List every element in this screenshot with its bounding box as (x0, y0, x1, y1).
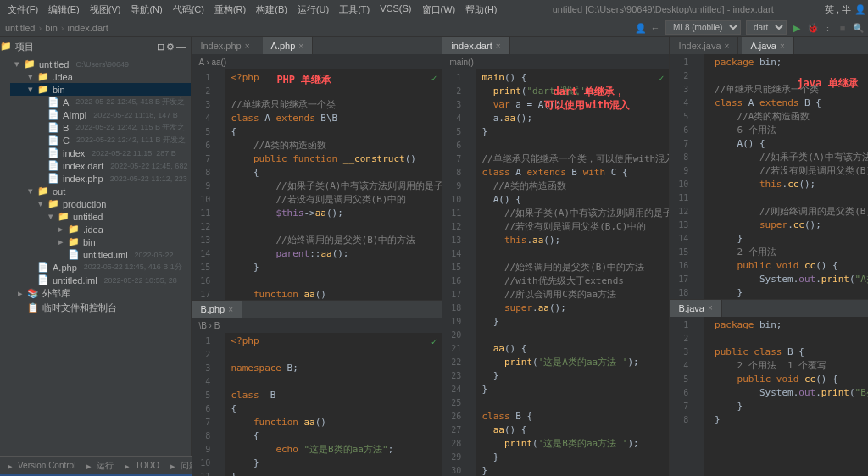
user-icon[interactable]: 👤 (635, 23, 645, 33)
editor-tabs-php: Index.php×A.php× (192, 37, 442, 54)
tab-b-php[interactable]: B.php× (192, 301, 242, 318)
editor-tabs-dart: index.dart× (442, 37, 669, 54)
editor-tab[interactable]: Index.java× (670, 37, 738, 54)
crumb-project[interactable]: untitled (5, 23, 35, 33)
tree-row[interactable]: ▾📁bin (10, 83, 191, 96)
tree-row[interactable]: 📄untitled.iml2022-05-22 10:55, 28 (10, 274, 191, 286)
menu-item[interactable]: 视图(V) (86, 2, 125, 18)
project-panel-title: 项目 (15, 41, 34, 53)
tree-row[interactable]: ▾📁production (10, 197, 191, 210)
annotation-php: PHP 单继承 (276, 73, 331, 87)
editor-java-b[interactable]: 12345678 package bin; public class B { 2… (670, 317, 868, 477)
annotation-java: java 单继承 (797, 76, 858, 91)
menu-item[interactable]: 帮助(H) (461, 2, 501, 18)
tree-row[interactable]: 📄index.php2022-05-22 11:12, 223 (10, 172, 191, 185)
tool-window-button[interactable]: ▸TODO (122, 460, 159, 472)
editor-tab[interactable]: Index.php× (192, 37, 259, 54)
tree-row[interactable]: ▾📁untitled (10, 210, 191, 223)
tree-row[interactable]: 📄index2022-05-22 11:15, 287 B (10, 147, 191, 159)
crumb-dir[interactable]: bin (45, 23, 58, 33)
tree-row[interactable]: ▾📁.idea (10, 70, 191, 83)
device-select[interactable]: MI 8 (mobile) (665, 20, 741, 35)
tool-window-button[interactable]: ▸运行 (84, 460, 114, 472)
analysis-ok-icon: ✓ (659, 73, 665, 84)
tree-row[interactable]: 📄index.dart2022-05-22 12:45, 682 (10, 159, 191, 172)
search-icon[interactable]: 🔍 (853, 23, 863, 33)
menu-item[interactable]: 导航(N) (126, 2, 166, 18)
editor-dart[interactable]: 1234567891011121314151617181920212223242… (442, 69, 669, 476)
menu-item[interactable]: VCS(S) (376, 2, 415, 18)
tree-row[interactable]: 📄A.php2022-05-22 12:45, 416 B 1分 (10, 261, 191, 274)
tree-row[interactable]: 📄A2022-05-22 12:45, 418 B 开发之 (10, 96, 191, 108)
tool-window-button[interactable]: ▸Version Control (5, 460, 75, 472)
analysis-ok-icon: ✓ (431, 73, 437, 84)
title-bar: 文件(F)编辑(E)视图(V)导航(N)代码(C)重构(R)构建(B)运行(U)… (0, 0, 868, 19)
tree-row[interactable]: 📋临时文件和控制台 (10, 301, 191, 315)
debug-icon[interactable]: 🐞 (807, 23, 817, 33)
editor-crumb-php-a[interactable]: A › aa() (192, 54, 442, 69)
ime-indicator: 英 , 半 (825, 3, 851, 16)
editor-php-b[interactable]: 1234567891011 <?php namespace B; class B… (192, 333, 442, 476)
editor-tab[interactable]: index.dart× (442, 37, 509, 54)
editor-php-a[interactable]: 123456789101112131415161718192021 <?php … (192, 69, 442, 300)
menu-item[interactable]: 构建(B) (252, 2, 292, 18)
project-tree[interactable]: ▾📁untitledC:\Users\90649▾📁.idea▾📁bin📄A20… (10, 56, 191, 456)
editor-tabs-java: Index.java×A.java× (670, 37, 868, 54)
collapse-icon[interactable]: ⊟ (155, 42, 165, 52)
editor-tab[interactable]: A.php× (263, 37, 314, 54)
menu-item[interactable]: 编辑(E) (44, 2, 84, 18)
tree-row[interactable]: 📄B2022-05-22 12:42, 115 B 开发之 (10, 121, 191, 134)
menu-item[interactable]: 运行(U) (293, 2, 333, 18)
avatar-icon[interactable]: 👤 (854, 4, 865, 14)
tree-row[interactable]: ▾📁out (10, 185, 191, 197)
tree-row[interactable]: ▸📚外部库 (10, 286, 191, 301)
hide-icon[interactable]: — (175, 42, 186, 52)
project-panel: 项目 ⊟ ⚙ — ▾📁untitledC:\Users\90649▾📁.idea… (10, 37, 192, 456)
editor-crumb-php-b[interactable]: \B › B (192, 318, 442, 333)
annotation-dart-2: 可以使用with混入 (544, 98, 630, 113)
annotation-dart-1: dart 单继承， (553, 85, 624, 99)
editor-crumb-dart[interactable]: main() (442, 54, 669, 69)
editor-java-a[interactable]: 12345678910111213141516171819 package bi… (670, 54, 868, 299)
crumb-file[interactable]: index.dart (68, 23, 108, 33)
tree-row[interactable]: ▸📁.idea (10, 223, 191, 235)
tree-row[interactable]: 📄AImpl2022-05-22 11:18, 147 B (10, 108, 191, 121)
tab-b-java[interactable]: B.java× (670, 300, 721, 317)
run-config-select[interactable]: dart (746, 20, 787, 35)
tree-row[interactable]: ▸📁bin (10, 235, 191, 248)
menu-item[interactable]: 文件(F) (3, 2, 42, 18)
run-icon[interactable]: ▶ (792, 23, 802, 33)
main-menu: 文件(F)编辑(E)视图(V)导航(N)代码(C)重构(R)构建(B)运行(U)… (3, 2, 502, 18)
stop-icon[interactable]: ■ (837, 23, 848, 33)
tree-row[interactable]: 📄untitled.iml2022-05-22 (10, 248, 191, 261)
project-tool-icon[interactable]: 📁 (0, 41, 10, 51)
gear-icon[interactable]: ⚙ (165, 42, 175, 52)
menu-item[interactable]: 窗口(W) (418, 2, 460, 18)
tree-row[interactable]: 📄C2022-05-22 12:42, 111 B 开发之 (10, 134, 191, 147)
menu-item[interactable]: 工具(T) (335, 2, 374, 18)
breadcrumb-bar: untitled › bin › index.dart 👤 ← MI 8 (mo… (0, 19, 868, 37)
analysis-ok-icon: ✓ (431, 336, 437, 347)
window-title: untitled [C:\Users\90649\Desktop\untitle… (502, 4, 825, 14)
menu-item[interactable]: 代码(C) (169, 2, 209, 18)
editor-tab[interactable]: A.java× (742, 37, 793, 54)
menu-item[interactable]: 重构(R) (210, 2, 250, 18)
more-icon[interactable]: ⋮ (822, 23, 832, 33)
back-icon[interactable]: ← (650, 23, 660, 33)
tool-strip-left: 📁 (0, 37, 10, 456)
